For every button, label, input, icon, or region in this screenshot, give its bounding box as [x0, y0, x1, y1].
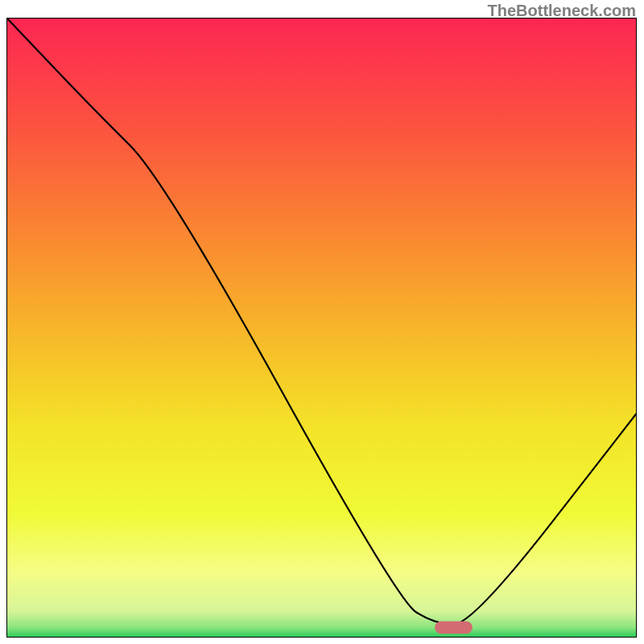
bottleneck-chart — [7, 19, 636, 637]
optimal-marker — [435, 621, 473, 634]
chart-background — [7, 19, 636, 637]
